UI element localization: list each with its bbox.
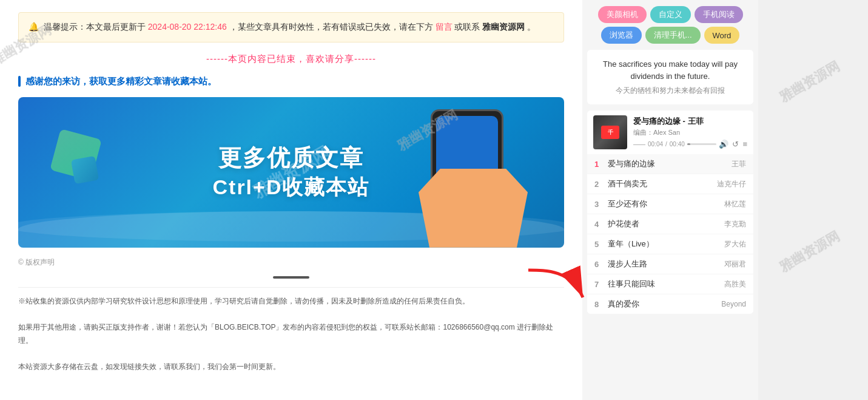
playlist-num-5: 5: [594, 240, 604, 249]
banner-hand: [419, 169, 528, 248]
footer-line1: ※站收集的资源仅供内部学习研究软件设计思想和原理使用，学习研究后请自觉删除，请勿…: [18, 295, 564, 308]
tag-btn-beauty[interactable]: 美颜相机: [598, 6, 647, 23]
main-content: 🔔 温馨提示：本文最后更新于 2024-08-20 22:12:46 ，某些文章…: [0, 0, 582, 400]
banner-text: 更多优质文章 Ctrl+D收藏本站: [213, 143, 370, 202]
playlist-artist-6: 邓丽君: [724, 259, 746, 269]
music-time-total: 00:40: [670, 141, 685, 147]
playlist-artist-1: 王菲: [732, 159, 746, 169]
quote-cn: 今天的牺牲和努力未来都会有回报: [594, 86, 746, 96]
quote-en: The sacrifices you make today will pay d…: [594, 58, 746, 82]
playlist-num-3: 3: [594, 200, 604, 209]
playlist-num-8: 8: [594, 300, 604, 309]
playlist-item-2[interactable]: 2 酒干倘卖无 迪克牛仔: [587, 174, 753, 194]
playlist-name-4: 护花使者: [608, 219, 721, 229]
warning-icon: 🔔: [29, 22, 39, 32]
playlist-num-6: 6: [594, 260, 604, 269]
music-header: 千 爱与痛的边缘 - 王菲 编曲：Alex San —— 00:04 / 00:…: [587, 110, 753, 154]
playlist-name-1: 爱与痛的边缘: [608, 158, 728, 169]
playlist-name-2: 酒干倘卖无: [608, 178, 713, 189]
warning-suffix1: ，某些文章具有时效性，若有错误或已失效，请在下方: [229, 22, 433, 32]
warning-link[interactable]: 留言: [436, 22, 453, 32]
warning-brand: 雅幽资源网: [482, 22, 525, 32]
music-time-current: 00:04: [648, 141, 663, 147]
playlist-item-1[interactable]: 1 爱与痛的边缘 王菲: [587, 154, 753, 174]
music-info: 爱与痛的边缘 - 王菲 编曲：Alex San —— 00:04 / 00:40…: [633, 116, 747, 149]
playlist-num-1: 1: [594, 160, 604, 169]
tag-btn-browser[interactable]: 浏览器: [601, 27, 642, 44]
playlist-item-7[interactable]: 7 往事只能回味 高胜美: [587, 274, 753, 294]
footer-line2: 如果用于其他用途，请购买正版支持作者，谢谢！若您认为「BLOG.BEICB.TO…: [18, 321, 564, 347]
playlist-item-5[interactable]: 5 童年（Live） 罗大佑: [587, 234, 753, 254]
tag-btn-mobile-read[interactable]: 手机阅读: [695, 6, 743, 23]
tag-btn-clean[interactable]: 清理手机...: [645, 27, 701, 44]
list-icon[interactable]: ≡: [742, 140, 747, 149]
copyright-line: © 版权声明: [18, 257, 564, 268]
playlist-num-7: 7: [594, 280, 604, 289]
playlist-num-2: 2: [594, 180, 604, 189]
playlist-artist-5: 罗大佑: [724, 239, 746, 249]
footer-text: ※站收集的资源仅供内部学习研究软件设计思想和原理使用，学习研究后请自觉删除，请勿…: [18, 287, 564, 381]
watermark-4: 雅幽资源网: [776, 58, 843, 107]
music-title: 爱与痛的边缘 - 王菲: [633, 116, 747, 127]
banner-shape2: [71, 156, 99, 184]
playlist-name-8: 真的爱你: [608, 299, 718, 310]
banner-image: 更多优质文章 Ctrl+D收藏本站 雅幽资源网: [18, 97, 564, 248]
tag-btn-word[interactable]: Word: [704, 27, 740, 44]
tag-row: 美颜相机 自定义 手机阅读 浏览器 清理手机... Word: [587, 6, 753, 44]
playlist-name-6: 漫步人生路: [608, 259, 721, 269]
quote-box: The sacrifices you make today will pay d…: [587, 50, 753, 104]
music-progress-row: —— 00:04 / 00:40 🔊 ↺ ≡: [633, 140, 747, 149]
music-logo: 千: [601, 126, 619, 139]
watermark-3: 雅幽资源网: [776, 228, 843, 277]
content-end-divider: ------本页内容已结束，喜欢请分享------: [18, 53, 564, 65]
music-player: 千 爱与痛的边缘 - 王菲 编曲：Alex San —— 00:04 / 00:…: [587, 110, 753, 314]
sidebar: 美颜相机 自定义 手机阅读 浏览器 清理手机... Word The sacri…: [582, 0, 758, 400]
volume-icon[interactable]: 🔊: [719, 140, 728, 149]
playlist-name-7: 往事只能回味: [608, 279, 721, 290]
warning-box: 🔔 温馨提示：本文最后更新于 2024-08-20 22:12:46 ，某些文章…: [18, 12, 564, 42]
music-thumb-img: 千: [593, 115, 627, 149]
repeat-icon[interactable]: ↺: [732, 140, 739, 149]
playlist-artist-7: 高胜美: [724, 279, 746, 290]
warning-date: 2024-08-20 22:12:46: [148, 22, 227, 32]
playlist-item-6[interactable]: 6 漫步人生路 邓丽君: [587, 254, 753, 274]
playlist-name-3: 至少还有你: [608, 198, 721, 209]
playlist-num-4: 4: [594, 220, 604, 229]
music-time-sep: /: [665, 141, 667, 147]
music-controls: 🔊 ↺ ≡: [719, 140, 747, 149]
banner-line1: 更多优质文章: [213, 143, 370, 174]
playlist-item-3[interactable]: 3 至少还有你 林忆莲: [587, 194, 753, 214]
playlist-artist-8: Beyond: [721, 300, 746, 308]
banner-line2: Ctrl+D收藏本站: [213, 174, 370, 202]
playlist-artist-4: 李克勤: [724, 219, 746, 229]
warning-suffix3: 。: [527, 22, 536, 32]
thank-you-line: 感谢您的来访，获取更多精彩文章请收藏本站。: [18, 76, 564, 87]
music-thumb: 千: [593, 115, 627, 149]
playlist-item-8[interactable]: 8 真的爱你 Beyond: [587, 294, 753, 314]
playlist-artist-3: 林忆莲: [724, 199, 746, 209]
tag-btn-custom[interactable]: 自定义: [650, 6, 691, 23]
music-progress-bar[interactable]: [687, 143, 717, 145]
playlist-artist-2: 迪克牛仔: [717, 179, 746, 189]
music-composer: 编曲：Alex San: [633, 128, 747, 137]
playlist: 1 爱与痛的边缘 王菲 2 酒干倘卖无 迪克牛仔 3 至少还有你 林忆莲 4 护…: [587, 154, 753, 314]
warning-prefix: 温馨提示：本文最后更新于: [44, 22, 146, 32]
playlist-item-4[interactable]: 4 护花使者 李克勤: [587, 214, 753, 234]
playlist-name-5: 童年（Live）: [608, 239, 721, 249]
footer-line3: 本站资源大多存储在云盘，如发现链接失效，请联系我们，我们会第一时间更新。: [18, 361, 564, 374]
music-time: ——: [633, 141, 645, 147]
warning-suffix2: 或联系: [454, 22, 480, 32]
music-progress-fill: [687, 143, 690, 145]
scroll-indicator: [273, 276, 309, 279]
